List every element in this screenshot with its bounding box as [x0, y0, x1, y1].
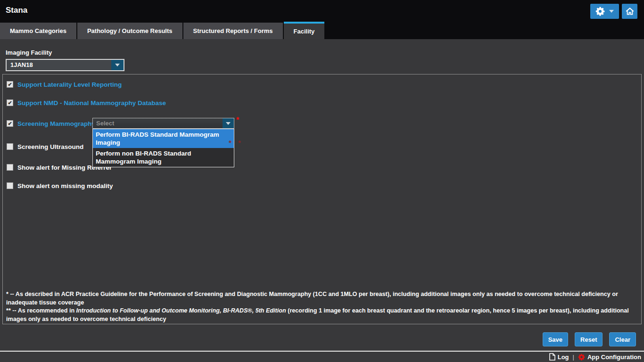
- app-configuration-label: App Configuration: [587, 354, 641, 361]
- check-icon: ✔: [8, 121, 12, 126]
- screening-mammography-dropdown[interactable]: Select: [92, 118, 234, 129]
- settings-button[interactable]: [590, 4, 619, 19]
- option-label[interactable]: Show alert on missing modality: [17, 182, 113, 189]
- action-buttons: Save Reset Clear: [543, 332, 636, 346]
- imaging-facility-dropdown-arrow[interactable]: [111, 60, 124, 70]
- option-row-support-laterality: ✔ Support Laterality Level Reporting: [7, 81, 122, 88]
- clear-button[interactable]: Clear: [609, 332, 636, 346]
- screening-mammography-dropdown-arrow[interactable]: [223, 118, 234, 128]
- home-button[interactable]: [622, 4, 637, 19]
- checkbox-support-laterality[interactable]: ✔: [7, 81, 13, 88]
- option-label[interactable]: Screening Ultrasound: [17, 143, 83, 150]
- document-icon: [549, 353, 555, 361]
- imaging-facility-value: 1JAN18: [7, 60, 111, 70]
- option-row-screening-ultrasound: Screening Ultrasound: [7, 143, 83, 150]
- save-button[interactable]: Save: [543, 332, 568, 346]
- log-link[interactable]: Log: [549, 353, 569, 361]
- header-bar: Stana: [0, 0, 644, 22]
- app-title: Stana: [6, 6, 27, 15]
- tab-pathology-outcome-results[interactable]: Pathology / Outcome Results: [77, 23, 182, 39]
- check-icon: ✔: [8, 82, 12, 87]
- footnote-birads-edition: ** -- As recommended in Introduction to …: [6, 307, 636, 323]
- secondary-required-markers: * *: [229, 139, 243, 147]
- imaging-facility-label: Imaging Facility: [6, 49, 52, 56]
- dropdown-option-birads-standard[interactable]: Perform BI-RADS Standard Mammogram Imagi…: [93, 129, 234, 148]
- dropdown-placeholder: Select: [93, 118, 223, 128]
- tab-bar: Mammo Categories Pathology / Outcome Res…: [0, 22, 644, 39]
- statusbar-divider: |: [573, 354, 574, 361]
- option-label[interactable]: Support Laterality Level Reporting: [17, 81, 122, 88]
- tab-label: Structured Reports / Forms: [193, 27, 273, 34]
- checkbox-screening-ultrasound[interactable]: [7, 143, 13, 150]
- app-configuration-link[interactable]: App Configuration: [578, 354, 641, 361]
- tab-label: Facility: [294, 28, 315, 35]
- tab-label: Pathology / Outcome Results: [87, 27, 173, 34]
- footnote-acr-guideline: * -- As described in ACR Practice Guidel…: [6, 290, 636, 307]
- gear-icon: [595, 7, 605, 16]
- required-marker: *: [236, 116, 239, 124]
- option-row-support-nmd: ✔ Support NMD - National Mammography Dat…: [7, 99, 166, 107]
- checkbox-missing-modality[interactable]: [7, 182, 13, 189]
- checkbox-missing-referrer[interactable]: [7, 164, 13, 171]
- imaging-facility-dropdown[interactable]: 1JAN18: [6, 59, 124, 71]
- checkbox-screening-mammography[interactable]: ✔: [7, 120, 13, 127]
- check-icon: ✔: [8, 100, 12, 106]
- facility-options-panel: [2, 74, 642, 324]
- red-gear-icon: [578, 354, 585, 361]
- chevron-down-icon: [609, 10, 614, 13]
- option-label[interactable]: Support NMD - National Mammography Datab…: [17, 99, 166, 107]
- tab-label: Mammo Categories: [10, 27, 66, 34]
- checkbox-support-nmd[interactable]: ✔: [7, 99, 13, 106]
- reset-button[interactable]: Reset: [575, 332, 603, 346]
- footnote-prefix: ** -- As recommended in: [6, 307, 76, 314]
- footnotes: * -- As described in ACR Practice Guidel…: [6, 290, 636, 323]
- footnote-citation: Introduction to Follow-up and Outcome Mo…: [76, 307, 286, 314]
- option-row-missing-modality: Show alert on missing modality: [7, 182, 113, 189]
- screening-mammography-dropdown-list: Perform BI-RADS Standard Mammogram Imagi…: [92, 129, 234, 167]
- tab-mammo-categories[interactable]: Mammo Categories: [0, 23, 76, 39]
- home-icon: [625, 7, 635, 16]
- status-bar: Log | App Configuration: [0, 351, 644, 362]
- tab-facility[interactable]: Facility: [284, 22, 325, 39]
- chevron-down-icon: [226, 122, 231, 125]
- option-label[interactable]: Screening Mammography: [17, 120, 95, 127]
- option-row-screening-mammography: ✔ Screening Mammography: [7, 120, 95, 127]
- chevron-down-icon: [115, 64, 120, 66]
- log-label: Log: [558, 354, 569, 361]
- dropdown-option-non-birads-standard[interactable]: Perform non BI-RADS Standard Mammogram I…: [93, 148, 234, 167]
- tab-structured-reports-forms[interactable]: Structured Reports / Forms: [183, 23, 283, 39]
